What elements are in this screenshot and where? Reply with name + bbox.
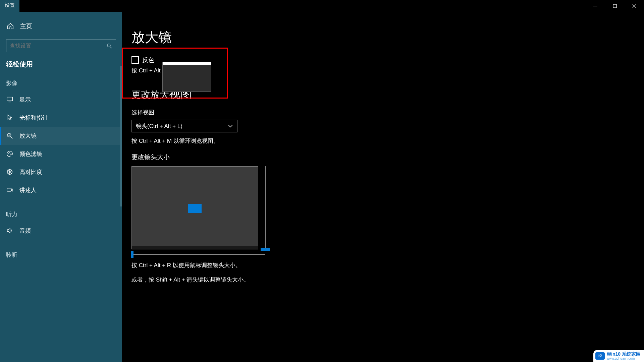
preview-titlebar	[163, 62, 211, 65]
lens-preview-thumb	[188, 204, 202, 213]
sidebar-group-hearing: 听力	[0, 206, 122, 222]
sidebar-item-label: 放大镜	[19, 132, 37, 140]
watermark: i0 Win10 系统家园 www.qdhuajin.com	[593, 350, 644, 362]
chevron-down-icon	[228, 123, 233, 129]
maximize-icon	[612, 4, 617, 8]
slider-thumb[interactable]	[261, 248, 270, 251]
minimize-button[interactable]	[586, 0, 605, 12]
sidebar-item-color-filters[interactable]: 颜色滤镜	[0, 145, 122, 163]
svg-point-4	[107, 44, 110, 47]
change-lens-size-heading: 更改镜头大小	[131, 153, 644, 162]
watermark-badge: i0	[595, 352, 605, 360]
lens-shift-hint: 或者，按 Shift + Alt + 箭头键以调整镜头大小。	[131, 276, 644, 284]
search-input[interactable]	[10, 43, 106, 49]
slider-track	[131, 254, 265, 255]
titlebar: 设置	[0, 0, 644, 12]
sidebar-item-label: 颜色滤镜	[19, 150, 42, 158]
home-icon	[7, 22, 14, 30]
lens-preview-footer	[132, 246, 258, 249]
sidebar-item-label: 光标和指针	[19, 114, 48, 122]
contrast-icon	[6, 168, 13, 176]
slider-thumb[interactable]	[131, 251, 133, 258]
sidebar-item-magnifier[interactable]: 放大镜	[0, 127, 122, 145]
magnifier-plus-icon	[6, 132, 13, 139]
sidebar-item-audio[interactable]: 音频	[0, 222, 122, 240]
sidebar-group-vision: 影像	[0, 75, 122, 90]
view-select[interactable]: 镜头(Ctrl + Alt + L)	[131, 120, 237, 132]
svg-rect-20	[7, 188, 11, 191]
svg-point-12	[8, 153, 9, 154]
checkbox-icon[interactable]	[131, 56, 139, 64]
sidebar-item-high-contrast[interactable]: 高对比度	[0, 163, 122, 181]
watermark-line2: www.qdhuajin.com	[607, 357, 641, 360]
sidebar-item-display[interactable]: 显示	[0, 90, 122, 109]
titlebar-spacer[interactable]	[19, 0, 586, 12]
svg-point-14	[11, 153, 11, 154]
sidebar-section-title: 轻松使用	[0, 60, 122, 75]
watermark-line1: Win10 系统家园	[607, 352, 641, 357]
palette-icon	[6, 150, 13, 158]
sidebar: 主页 轻松使用 影像 显示 光标和指针 放大镜	[0, 12, 122, 362]
close-button[interactable]	[625, 0, 644, 12]
monitor-icon	[6, 96, 13, 103]
lens-resize-hint: 按 Ctrl + Alt + R 以使用鼠标调整镜头大小。	[131, 261, 644, 269]
speaker-icon	[6, 227, 13, 234]
sidebar-home[interactable]: 主页	[0, 12, 122, 36]
sidebar-item-label: 高对比度	[19, 168, 42, 176]
lens-width-slider[interactable]	[131, 251, 265, 258]
svg-line-5	[110, 47, 112, 48]
minimize-icon	[593, 4, 598, 8]
narrator-icon	[6, 186, 13, 194]
cursor-icon	[6, 114, 13, 121]
search-icon	[106, 43, 112, 49]
slider-track	[265, 166, 266, 249]
svg-point-13	[9, 152, 10, 153]
view-option-preview-thumbnail	[162, 62, 211, 92]
svg-rect-1	[613, 4, 616, 8]
lens-size-preview	[131, 166, 258, 249]
select-view-label: 选择视图	[131, 109, 644, 116]
sidebar-item-label: 显示	[19, 96, 31, 104]
search-input-wrap[interactable]	[6, 40, 116, 52]
invert-color-label: 反色	[142, 56, 154, 64]
sidebar-item-label: 音频	[19, 227, 31, 235]
sidebar-item-narrator[interactable]: 讲述人	[0, 181, 122, 199]
maximize-button[interactable]	[605, 0, 625, 12]
view-select-value: 镜头(Ctrl + Alt + L)	[136, 122, 182, 130]
sidebar-item-label: 讲述人	[19, 186, 37, 194]
svg-line-9	[11, 137, 13, 139]
lens-height-slider[interactable]	[264, 166, 266, 249]
svg-rect-6	[7, 97, 13, 101]
sidebar-home-label: 主页	[20, 22, 32, 30]
page-title: 放大镜	[131, 28, 644, 47]
close-icon	[632, 4, 637, 8]
cycle-view-hint: 按 Ctrl + Alt + M 以循环浏览视图。	[131, 137, 644, 145]
window-title: 设置	[0, 0, 19, 12]
sidebar-item-cursor[interactable]: 光标和指针	[0, 109, 122, 127]
sidebar-group-listen: 聆听	[0, 246, 122, 262]
